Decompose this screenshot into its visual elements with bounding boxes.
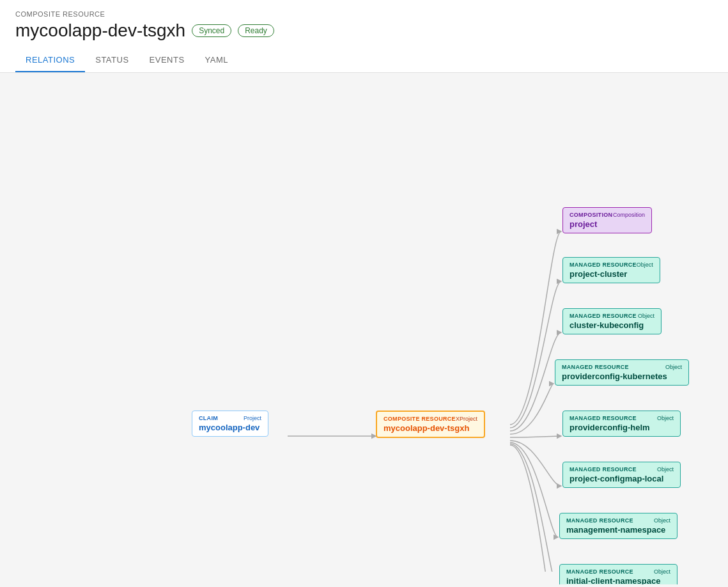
claim-node[interactable]: CLAIM Project mycoolapp-dev [192, 411, 268, 437]
claim-node-header: CLAIM Project [199, 415, 261, 421]
managed-resource-node-4[interactable]: MANAGED RESOURCE Object project-configma… [562, 462, 681, 488]
managed-resource-node-1[interactable]: MANAGED RESOURCE Object cluster-kubeconf… [562, 308, 662, 334]
composition-node-header: COMPOSITION Composition [569, 212, 645, 218]
composite-subtype-label: XProject [456, 416, 477, 422]
mr2-type: MANAGED RESOURCE [562, 364, 629, 370]
mr0-subtype: Object [637, 262, 653, 268]
mr1-subtype: Object [638, 313, 654, 319]
mr3-type: MANAGED RESOURCE [569, 415, 637, 421]
mr4-type: MANAGED RESOURCE [569, 466, 637, 473]
managed-resource-node-3[interactable]: MANAGED RESOURCE Object providerconfig-h… [562, 411, 681, 437]
mr5-name: management-namespace [566, 525, 670, 535]
claim-subtype-label: Project [244, 415, 261, 421]
mr6-header: MANAGED RESOURCE Object [566, 568, 670, 575]
mr4-name: project-configmap-local [569, 474, 674, 483]
mr1-name: cluster-kubeconfig [569, 320, 654, 330]
mr4-header: MANAGED RESOURCE Object [569, 466, 674, 473]
mr5-type: MANAGED RESOURCE [566, 517, 633, 524]
composition-node[interactable]: COMPOSITION Composition project [562, 207, 652, 233]
mr5-header: MANAGED RESOURCE Object [566, 517, 670, 524]
resource-name-text: mycoolapp-dev-tsgxh [15, 20, 185, 41]
relations-graph: CLAIM Project mycoolapp-dev COMPOSITE RE… [13, 86, 715, 572]
tab-status[interactable]: STATUS [85, 49, 139, 72]
mr6-type: MANAGED RESOURCE [566, 568, 633, 575]
mr6-subtype: Object [654, 568, 670, 575]
mr6-name: initial-client-namespace [566, 576, 670, 584]
composite-node[interactable]: COMPOSITE RESOURCE XProject mycoolapp-de… [376, 411, 485, 438]
resource-type-label: COMPOSITE RESOURCE [15, 10, 713, 18]
claim-node-name: mycoolapp-dev [199, 423, 261, 432]
composition-node-name: project [569, 219, 645, 229]
mr5-subtype: Object [654, 517, 670, 524]
mr3-name: providerconfig-helm [569, 423, 674, 432]
mr3-subtype: Object [657, 415, 674, 421]
composition-type-label: COMPOSITION [569, 212, 612, 218]
main-content: CLAIM Project mycoolapp-dev COMPOSITE RE… [0, 73, 728, 584]
page-header: COMPOSITE RESOURCE mycoolapp-dev-tsgxh S… [0, 0, 728, 73]
tab-bar: RELATIONS STATUS EVENTS YAML [15, 49, 713, 72]
mr0-type: MANAGED RESOURCE [569, 262, 637, 268]
managed-resource-node-6[interactable]: MANAGED RESOURCE Object initial-client-n… [559, 564, 678, 584]
mr3-header: MANAGED RESOURCE Object [569, 415, 674, 421]
tab-events[interactable]: EVENTS [139, 49, 195, 72]
composite-node-header: COMPOSITE RESOURCE XProject [383, 416, 477, 422]
mr0-header: MANAGED RESOURCE Object [569, 262, 653, 268]
ready-badge: Ready [238, 24, 274, 37]
resource-name-heading: mycoolapp-dev-tsgxh Synced Ready [15, 20, 713, 41]
mr0-name: project-cluster [569, 269, 653, 279]
synced-badge: Synced [192, 24, 231, 37]
composition-subtype-label: Composition [613, 212, 645, 218]
mr2-subtype: Object [665, 364, 682, 370]
composite-node-name: mycoolapp-dev-tsgxh [383, 423, 477, 433]
composite-type-label: COMPOSITE RESOURCE [383, 416, 456, 422]
mr1-header: MANAGED RESOURCE Object [569, 313, 654, 319]
managed-resource-node-0[interactable]: MANAGED RESOURCE Object project-cluster [562, 257, 660, 283]
mr4-subtype: Object [657, 466, 674, 473]
mr1-type: MANAGED RESOURCE [569, 313, 637, 319]
mr2-header: MANAGED RESOURCE Object [562, 364, 682, 370]
mr2-name: providerconfig-kubernetes [562, 372, 682, 381]
managed-resource-node-5[interactable]: MANAGED RESOURCE Object management-names… [559, 513, 678, 539]
tab-relations[interactable]: RELATIONS [15, 49, 85, 72]
claim-type-label: CLAIM [199, 415, 218, 421]
managed-resource-node-2[interactable]: MANAGED RESOURCE Object providerconfig-k… [555, 359, 689, 386]
tab-yaml[interactable]: YAML [195, 49, 238, 72]
